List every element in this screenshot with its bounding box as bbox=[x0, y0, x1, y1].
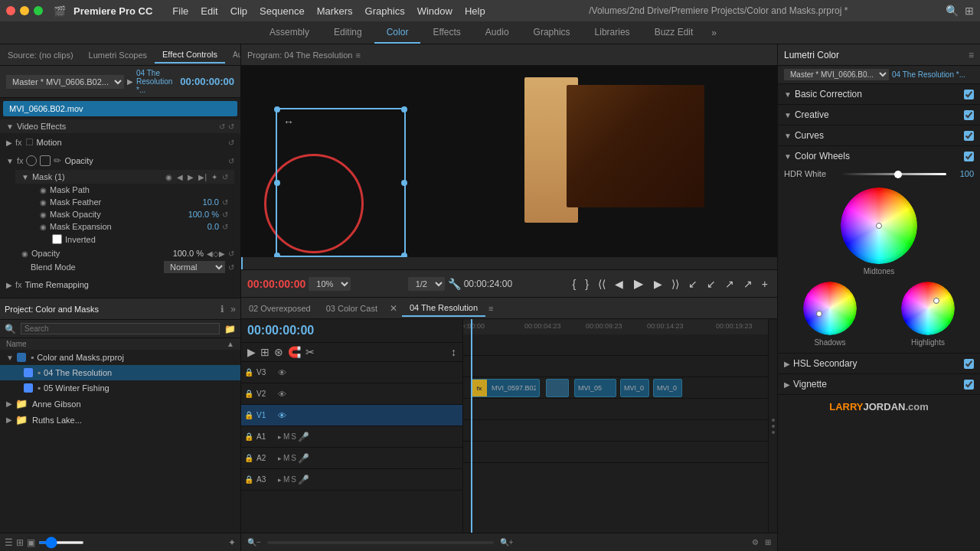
tab-editing[interactable]: Editing bbox=[322, 22, 374, 44]
a1-lock-icon[interactable]: 🔒 bbox=[244, 432, 253, 441]
tl-clip-1[interactable] bbox=[546, 379, 569, 397]
transport-export[interactable]: ↗ bbox=[722, 276, 737, 292]
proj-list-view-icon[interactable]: ☰ bbox=[5, 537, 13, 548]
proj-expand-ruths[interactable]: ▶ bbox=[6, 416, 12, 424]
video-effects-menu[interactable]: ↺ bbox=[228, 122, 234, 131]
transport-step-back[interactable]: ◀ bbox=[612, 276, 626, 292]
transport-wrench-icon[interactable]: 🔧 bbox=[448, 278, 461, 290]
project-panel-expand[interactable]: » bbox=[230, 304, 236, 315]
mask-handle-tl[interactable] bbox=[274, 106, 280, 112]
project-item-anne[interactable]: ▶ 📁 Anne Gibson bbox=[0, 396, 240, 412]
transport-mark-in[interactable]: { bbox=[569, 276, 579, 292]
tab-effects[interactable]: Effects bbox=[420, 22, 472, 44]
tl-resize-icon[interactable]: ↕ bbox=[451, 346, 456, 358]
tl-zoom-bar[interactable] bbox=[267, 541, 494, 544]
a2-lock-icon[interactable]: 🔒 bbox=[244, 454, 253, 462]
v3-lock-icon[interactable]: 🔒 bbox=[244, 368, 253, 377]
project-panel-info[interactable]: ℹ bbox=[220, 304, 224, 315]
mask-handle-tr[interactable] bbox=[401, 106, 407, 112]
opacity-add-kf[interactable]: ◇ bbox=[213, 249, 219, 258]
tab-assembly[interactable]: Assembly bbox=[257, 22, 322, 44]
transport-mark-out[interactable]: } bbox=[582, 276, 592, 292]
transport-insert[interactable]: ↙ bbox=[685, 276, 701, 292]
program-menu-icon[interactable]: ≡ bbox=[355, 51, 360, 60]
creative-checkbox[interactable] bbox=[964, 110, 974, 120]
mask-expansion-value[interactable]: 0.0 bbox=[207, 222, 219, 231]
mask-handle-mr[interactable] bbox=[401, 180, 407, 186]
tab-audio[interactable]: Audio bbox=[473, 22, 521, 44]
midtones-wheel-handle[interactable] bbox=[876, 223, 882, 229]
project-item-root[interactable]: ▼ ▪ Color and Masks.prproj bbox=[0, 350, 240, 365]
project-name-col[interactable]: Name bbox=[6, 340, 227, 348]
timeline-tab-04[interactable]: 04 The Resolution bbox=[402, 300, 485, 317]
blend-mode-select[interactable]: Normal bbox=[164, 261, 225, 273]
mask-nav-next[interactable]: ▶ bbox=[186, 173, 195, 181]
shadows-color-wheel[interactable] bbox=[803, 282, 857, 335]
maximize-button[interactable] bbox=[34, 6, 43, 15]
tab-source[interactable]: Source: (no clips) bbox=[0, 47, 81, 63]
hsl-checkbox[interactable] bbox=[964, 359, 974, 369]
opacity-header[interactable]: ▼ fx ✏ Opacity ↺ bbox=[0, 153, 240, 168]
curves-checkbox[interactable] bbox=[964, 131, 974, 141]
search-icon[interactable]: 🔍 bbox=[946, 5, 959, 17]
opacity-prev[interactable]: ◀ bbox=[207, 249, 213, 258]
opacity-next[interactable]: ▶ bbox=[219, 249, 225, 258]
lumetri-color-wheels-header[interactable]: ▼ Color Wheels bbox=[778, 146, 980, 166]
menu-markers[interactable]: Markers bbox=[311, 4, 359, 18]
highlights-color-wheel[interactable] bbox=[901, 282, 955, 335]
menu-sequence[interactable]: Sequence bbox=[253, 4, 311, 18]
proj-new-item-icon[interactable]: ✦ bbox=[228, 537, 236, 548]
timeline-tab-02[interactable]: 02 Overexposed bbox=[241, 301, 318, 316]
tab-color[interactable]: Color bbox=[374, 22, 421, 44]
menu-window[interactable]: Window bbox=[411, 4, 459, 18]
tab-libraries[interactable]: Libraries bbox=[583, 22, 642, 44]
vignette-checkbox[interactable] bbox=[964, 380, 974, 390]
proj-icon-view-icon[interactable]: ▣ bbox=[27, 537, 35, 548]
motion-checkbox[interactable]: ☐ bbox=[25, 137, 34, 148]
lumetri-hsl-header[interactable]: ▶ HSL Secondary bbox=[778, 354, 980, 373]
proj-new-bin-icon[interactable]: 📁 bbox=[224, 324, 236, 334]
blend-mode-reset[interactable]: ↺ bbox=[228, 263, 234, 272]
color-wheels-checkbox[interactable] bbox=[964, 152, 974, 161]
timeline-tab-03[interactable]: 03 Color Cast bbox=[318, 301, 385, 316]
mask-feather-value[interactable]: 10.0 bbox=[203, 197, 219, 207]
tl-panel-icon[interactable]: ⊞ bbox=[765, 538, 771, 546]
transport-zoom-select[interactable]: 10% bbox=[309, 277, 351, 291]
shadows-wheel-handle[interactable] bbox=[816, 311, 822, 317]
hdr-slider-thumb[interactable] bbox=[894, 171, 902, 178]
menu-edit[interactable]: Edit bbox=[194, 4, 224, 18]
tl-zoom-in-icon[interactable]: 🔍+ bbox=[500, 538, 514, 546]
video-effects-reset[interactable]: ↺ bbox=[219, 122, 225, 131]
mask-collapse[interactable]: ▼ bbox=[21, 173, 29, 181]
lumetri-basic-correction-header[interactable]: ▼ Basic Correction bbox=[778, 84, 980, 104]
panels-icon[interactable]: ⊞ bbox=[965, 5, 974, 17]
project-item-ruths[interactable]: ▶ 📁 Ruths Lake... bbox=[0, 412, 240, 428]
inverted-checkbox[interactable] bbox=[52, 234, 62, 244]
v1-eye-icon[interactable]: 👁 bbox=[278, 411, 286, 420]
tl-clip-2[interactable]: MVI_05 bbox=[574, 379, 616, 397]
timeline-tab-03-close[interactable]: ✕ bbox=[385, 300, 402, 317]
program-scrub-bar[interactable] bbox=[241, 257, 777, 269]
highlights-wheel-handle[interactable] bbox=[933, 298, 939, 304]
tl-ripple-tool[interactable]: ⊛ bbox=[274, 346, 283, 358]
time-remapping-header[interactable]: ▶ fx Time Remapping bbox=[0, 278, 240, 292]
proj-expand-root[interactable]: ▼ bbox=[6, 354, 14, 362]
mask-expansion-reset[interactable]: ↺ bbox=[222, 223, 228, 231]
transport-step-fwd[interactable]: ▶ bbox=[651, 276, 665, 292]
proj-expand-anne[interactable]: ▶ bbox=[6, 399, 12, 408]
mask-nav-prev[interactable]: ◀ bbox=[175, 173, 185, 181]
transport-go-out[interactable]: ⟩⟩ bbox=[668, 276, 682, 292]
a1-expand[interactable]: ▸ bbox=[278, 433, 282, 441]
a3-expand[interactable]: ▸ bbox=[278, 476, 282, 484]
tab-effect-controls[interactable]: Effect Controls bbox=[155, 47, 225, 64]
tab-more[interactable]: » bbox=[705, 23, 723, 43]
lumetri-menu-icon[interactable]: ≡ bbox=[969, 50, 974, 60]
tl-clip-4[interactable]: MVI_0 bbox=[653, 379, 682, 397]
rect-mask-icon[interactable] bbox=[40, 155, 51, 166]
v2-eye-icon[interactable]: 👁 bbox=[278, 390, 286, 399]
ec-sequence-select[interactable]: Master * MVI_0606.B02... bbox=[6, 75, 124, 89]
transport-add[interactable]: + bbox=[759, 276, 771, 292]
v1-lock-icon[interactable]: 🔒 bbox=[244, 411, 253, 419]
tl-settings-icon[interactable]: ⚙ bbox=[752, 538, 759, 546]
proj-grid-view-icon[interactable]: ⊞ bbox=[16, 537, 24, 548]
